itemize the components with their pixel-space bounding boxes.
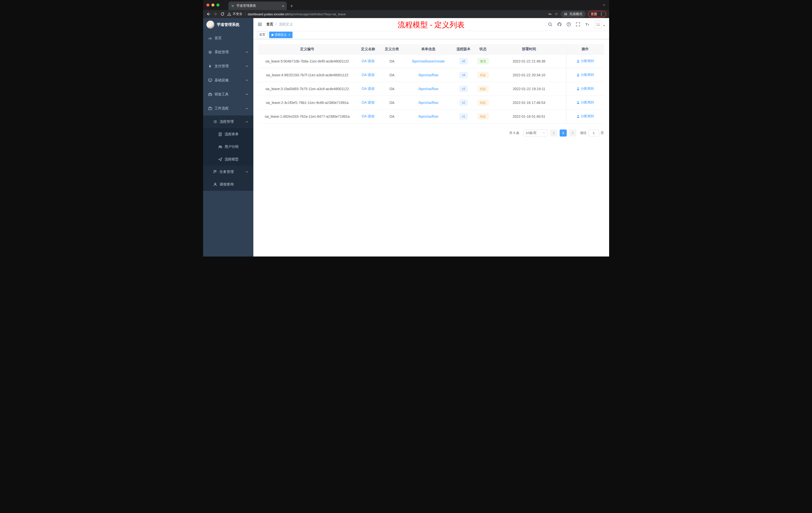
fullscreen-icon[interactable] [576, 22, 580, 27]
tag-home[interactable]: 首页 [257, 32, 268, 38]
form-link[interactable]: /bpm/oa/flow [418, 101, 438, 105]
bookmark-star-icon[interactable]: ☆ [555, 12, 558, 16]
hamburger-icon[interactable] [257, 22, 262, 27]
new-tab-button[interactable]: + [290, 3, 293, 8]
definition-name-link[interactable]: OA 请假 [361, 59, 374, 63]
tab-close-icon[interactable]: × [282, 4, 284, 8]
chevron-left-icon [552, 131, 555, 134]
sidebar-item-dev-tools[interactable]: 研发工具 [203, 87, 253, 101]
status-badge: 挂起 [477, 72, 489, 78]
goto-page-input[interactable] [588, 129, 599, 137]
forward-button[interactable] [213, 12, 218, 16]
assign-rule-label: 分配规则 [581, 72, 594, 77]
sidebar-item-process-form[interactable]: 流程表单 [203, 128, 253, 141]
app-title: 芋道管理系统 [217, 22, 239, 27]
person-icon [577, 115, 580, 118]
assign-rule-button[interactable]: 分配规则 [577, 72, 594, 77]
assign-rule-button[interactable]: 分配规则 [577, 86, 594, 91]
pagination-total: 共 5 条 [509, 131, 519, 135]
update-browser-button[interactable]: 更新 [588, 11, 606, 17]
browser-tab[interactable]: 芋道管理系统 × [229, 1, 287, 10]
sidebar-item-label: 流程表单 [225, 132, 248, 137]
sidebar-item-system[interactable]: 系统管理 [203, 45, 253, 59]
sidebar-item-pay[interactable]: ¥ 支付管理 [203, 59, 253, 73]
reload-button[interactable] [220, 12, 225, 16]
sidebar-item-label: 研发工具 [215, 92, 243, 97]
assign-rule-button[interactable]: 分配规则 [577, 100, 594, 105]
definition-name-link[interactable]: OA 请假 [361, 73, 374, 77]
sidebar-item-label: 流程模型 [225, 157, 248, 162]
paper-plane-icon [218, 157, 222, 161]
svg-text:T: T [585, 23, 587, 26]
next-page-button[interactable] [569, 129, 576, 137]
warning-icon [227, 12, 231, 16]
sidebar-item-label: 请假查询 [220, 182, 248, 187]
close-window-button[interactable] [206, 3, 209, 6]
prev-page-button[interactable] [550, 129, 557, 137]
help-icon[interactable]: ? [567, 22, 571, 27]
url-domain: dashboard.yudao.iocoder.cn [248, 12, 289, 16]
sidebar-item-infra[interactable]: 基础设施 [203, 73, 253, 87]
sidebar-item-home[interactable]: 首页 [203, 31, 253, 45]
definition-table: 定义编号 定义名称 定义分类 表单信息 流程版本 状态 部署时间 操作 oa_l [258, 44, 604, 123]
chevron-down-icon [245, 171, 248, 174]
assign-rule-button[interactable]: 分配规则 [577, 59, 594, 63]
back-button[interactable] [206, 12, 211, 16]
sidebar-item-user-group[interactable]: 用户分组 [203, 141, 253, 153]
tag-process-definition[interactable]: 流程定义 × [269, 32, 292, 38]
sidebar-item-label: 基础设施 [215, 78, 243, 83]
user-icon [213, 182, 217, 186]
gear-icon [208, 50, 212, 54]
cell-category: OA [380, 82, 404, 96]
breadcrumb-home[interactable]: 首页 [266, 22, 273, 27]
tab-search-chevron-icon[interactable] [603, 3, 606, 7]
definition-name-link[interactable]: OA 请假 [361, 114, 374, 118]
cell-definition-id: oa_leave:5:004b710b-7b8a-11ec-8ef0-acde4… [258, 54, 356, 68]
definition-name-link[interactable]: OA 请假 [361, 100, 374, 104]
cell-definition-id: oa_leave:3:1fad3d93-7b75-11ec-a3c8-acde4… [258, 82, 356, 96]
assign-rule-label: 分配规则 [581, 59, 594, 63]
form-link[interactable]: /bpm/oa/flow [418, 73, 438, 77]
flag-icon [213, 170, 217, 174]
sidebar-item-task-mgmt[interactable]: 任务管理 [203, 165, 253, 178]
github-icon[interactable] [557, 22, 562, 27]
password-key-icon[interactable] [548, 12, 552, 16]
sidebar-item-leave-query[interactable]: 请假查询 [203, 178, 253, 191]
url-path: /bpm/manager/definition?key=oa_leave [289, 12, 346, 16]
table-header-row: 定义编号 定义名称 定义分类 表单信息 流程版本 状态 部署时间 操作 [258, 44, 604, 54]
security-chip[interactable]: 不安全 [227, 12, 242, 16]
browser-menu-icon[interactable] [599, 12, 603, 16]
page-annotation: 流程模型 - 定义列表 [398, 20, 465, 30]
col-header-status: 状态 [474, 44, 492, 54]
cell-deploy-time: 2022-01-22 20:34:10 [492, 68, 567, 82]
svg-text:?: ? [568, 23, 569, 26]
font-size-icon[interactable]: TT [585, 22, 589, 27]
assign-rule-button[interactable]: 分配规则 [577, 114, 594, 118]
status-badge: 挂起 [477, 86, 489, 92]
col-header-category: 定义分类 [380, 44, 404, 54]
table-row: oa_leave:2:3c1f0ef1-76b1-11ec-9c66-a2380… [258, 96, 604, 110]
minimize-window-button[interactable] [211, 3, 214, 6]
sidebar-item-workflow[interactable]: 工作流程 [203, 101, 253, 116]
user-menu[interactable] [594, 21, 605, 28]
version-badge: v4 [460, 72, 468, 78]
zoom-window-button[interactable] [216, 3, 220, 6]
chevron-down-icon [245, 93, 248, 96]
chevron-right-icon [571, 131, 574, 134]
definition-name-link[interactable]: OA 请假 [361, 87, 374, 91]
search-icon[interactable] [548, 22, 552, 27]
active-dot [271, 34, 273, 36]
content: 定义编号 定义名称 定义分类 表单信息 流程版本 状态 部署时间 操作 oa_l [253, 39, 609, 256]
col-header-action: 操作 [567, 44, 604, 54]
yen-icon: ¥ [208, 64, 212, 68]
url-field[interactable]: dashboard.yudao.iocoder.cn/bpm/manager/d… [248, 12, 546, 16]
page-size-select[interactable]: 10条/页 [523, 129, 548, 137]
page-number-button[interactable]: 1 [560, 129, 567, 137]
form-link[interactable]: /bpm/oa/flow [418, 115, 438, 118]
sidebar-item-process-model[interactable]: 流程模型 [203, 153, 253, 165]
sidebar-item-label: 首页 [215, 36, 248, 40]
tag-close-icon[interactable]: × [289, 33, 290, 37]
form-link[interactable]: /bpm/oa/leave/create [412, 59, 445, 63]
sidebar-item-process-mgmt[interactable]: 流程管理 [203, 116, 253, 128]
form-link[interactable]: /bpm/oa/flow [418, 87, 438, 91]
